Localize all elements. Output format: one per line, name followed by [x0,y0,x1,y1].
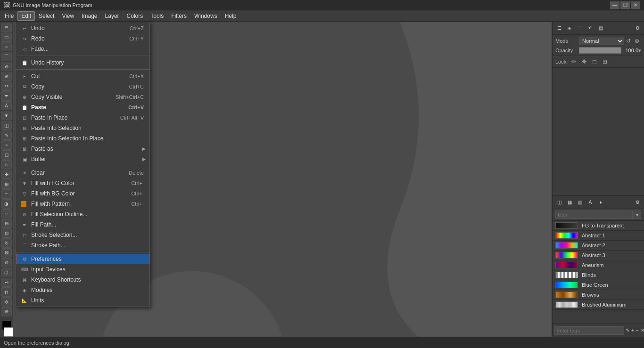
menu-item-copy[interactable]: ⧉ Copy Ctrl+C [16,81,149,92]
mode-select[interactable]: Normal Dissolve Multiply Screen Overlay [579,37,624,45]
menu-item-fill-bg[interactable]: ▽ Fill with BG Color Ctrl+. [16,188,149,199]
tool-crop[interactable]: ⊓ [1,287,12,297]
menu-item-fill-selection-outline[interactable]: ⊙ Fill Selection Outline... [16,209,149,219]
layers-icon-btn[interactable]: ☰ [554,24,564,33]
gradients-list[interactable]: FG to Transparent Abstract 1 Abstract 2 … [553,221,644,324]
tool-shear[interactable]: ⊘ [1,258,12,267]
tool-paths[interactable]: ✒ [1,91,12,101]
gradient-abstract1[interactable]: Abstract 1 [553,231,644,241]
menu-item-clear[interactable]: ✕ Clear Delete [16,168,149,178]
menu-file[interactable]: File [1,11,17,21]
tool-flip[interactable]: ⇔ [1,278,12,287]
menu-item-undo[interactable]: ↩ Undo Ctrl+Z [16,23,149,33]
gradients-config-btn[interactable]: ⚙ [633,198,642,207]
menu-item-paste[interactable]: 📋 Paste Ctrl+V [16,102,149,113]
menu-item-fill-path[interactable]: ✒ Fill Path... [16,219,149,230]
tool-text[interactable]: A [1,101,12,111]
gradient-blue-green[interactable]: Blue Green [553,280,644,290]
menu-select[interactable]: Select [35,11,58,21]
tag-remove-btn[interactable]: − [636,326,639,335]
tool-transform[interactable]: ⊡ [1,228,12,238]
symbols-btn[interactable]: ♦ [596,198,605,207]
tag-edit-btn[interactable]: ✎ [625,326,630,335]
menu-item-undo-history[interactable]: 📋 Undo History [16,57,149,68]
menu-item-redo[interactable]: ↪ Redo Ctrl+Y [16,33,149,44]
tool-clone[interactable]: ⊞ [1,179,12,189]
tool-measure[interactable]: ↔ [1,209,12,219]
tool-pencil[interactable]: ✎ [1,130,12,140]
lock-pixels-btn[interactable]: ✏ [570,57,578,66]
menu-item-units[interactable]: 📐 Units [16,295,149,306]
tool-airbrush[interactable]: ⌂ [1,160,12,170]
menu-item-buffer[interactable]: ▣ Buffer [16,154,149,164]
mode-extra-btn[interactable]: ⊕ [633,37,641,45]
menu-item-fill-pattern[interactable]: Fill with Pattern Ctrl+; [16,199,149,209]
tool-bucket[interactable]: ▼ [1,111,12,120]
menu-item-paste-in-place[interactable]: ⊡ Paste In Place Ctrl+Alt+V [16,113,149,123]
undo-history-btn[interactable]: ↶ [586,24,595,33]
tool-heal[interactable]: ✚ [1,170,12,179]
tool-scale[interactable]: ⊠ [1,248,12,258]
menu-item-paste-into-selection[interactable]: ⊟ Paste Into Selection [16,123,149,133]
menu-item-preferences[interactable]: ⚙ Preferences [16,254,149,264]
filter-input[interactable] [555,210,633,219]
panel-config-btn[interactable]: ⚙ [633,24,642,33]
tool-smudge[interactable]: ~ [1,189,12,199]
tool-brush[interactable]: ⌁ [1,140,12,150]
tool-rotate[interactable]: ↻ [1,238,12,248]
patterns-btn[interactable]: ▦ [565,198,574,207]
tag-delete-btn[interactable]: ✕ [640,326,644,335]
lock-all-btn[interactable]: ⊞ [601,57,609,66]
menu-item-cut[interactable]: ✂ Cut Ctrl+X [16,71,149,81]
menu-filters[interactable]: Filters [167,11,190,21]
tool-fuzzy-select[interactable]: ⊛ [1,62,12,71]
menu-windows[interactable]: Windows [190,11,221,21]
opacity-slider[interactable] [579,47,621,54]
minimize-button[interactable]: — [610,1,619,9]
tool-select-rect[interactable]: ▭ [1,32,12,42]
tool-dodge-burn[interactable]: ◑ [1,199,12,209]
menu-tools[interactable]: Tools [147,11,167,21]
tool-scissors[interactable]: ✂ [1,81,12,91]
history-btn2[interactable]: ▤ [596,24,605,33]
maximize-button[interactable]: ❐ [620,1,630,9]
menu-item-modules[interactable]: ◈ Modules [16,285,149,295]
filter-dropdown-btn[interactable]: ▾ [633,210,641,219]
gradient-abstract3[interactable]: Abstract 3 [553,251,644,260]
menu-layer[interactable]: Layer [101,11,123,21]
menu-item-paste-as[interactable]: ⊠ Paste as [16,144,149,154]
tool-gradient[interactable]: ◫ [1,121,12,130]
palettes-btn[interactable]: ▨ [575,198,585,207]
background-color[interactable] [4,327,13,337]
gradient-abstract2[interactable]: Abstract 2 [553,241,644,251]
menu-item-fade[interactable]: ◁ Fade... [16,44,149,54]
enter-tags-input[interactable] [554,326,624,335]
menu-item-fill-fg[interactable]: ▼ Fill with FG Color Ctrl+. [16,178,149,188]
tool-zoom[interactable]: ⊕ [1,307,12,316]
gradient-fg-transparent[interactable]: FG to Transparent [553,221,644,231]
tool-select-ellipse[interactable]: ○ [1,42,12,52]
gradient-browns[interactable]: Browns [553,290,644,300]
tool-eraser[interactable]: ◻ [1,150,12,160]
menu-item-stroke-path[interactable]: ⌒ Stroke Path... [16,240,149,251]
layers-list[interactable] [553,68,644,195]
gradients-icon-btn[interactable]: ◫ [554,198,564,207]
tool-paint[interactable]: ✏ [1,23,12,32]
gradient-brushed-aluminium[interactable]: Brushed Aluminium [553,300,644,310]
tool-free-select[interactable]: ⌒ [1,52,12,61]
tag-add-btn[interactable]: + [631,326,635,335]
gradient-blinds[interactable]: Blinds [553,270,644,280]
mode-refresh-btn[interactable]: ↺ [624,37,633,45]
tool-perspective[interactable]: ⬡ [1,268,12,277]
menu-item-paste-into-selection-place[interactable]: ⊞ Paste Into Selection In Place [16,133,149,144]
paths-btn[interactable]: ⌒ [575,24,585,33]
menu-help[interactable]: Help [221,11,240,21]
menu-item-keyboard-shortcuts[interactable]: ⌘ Keyboard Shortcuts [16,275,149,285]
menu-image[interactable]: Image [78,11,101,21]
menu-edit[interactable]: Edit [17,11,35,21]
menu-item-stroke-selection[interactable]: ◻ Stroke Selection... [16,230,149,240]
gradient-aneurism[interactable]: Aneurism [553,260,644,270]
menu-view[interactable]: View [58,11,78,21]
fonts-btn[interactable]: A [586,198,595,207]
lock-alpha-btn[interactable]: ◻ [590,57,599,66]
